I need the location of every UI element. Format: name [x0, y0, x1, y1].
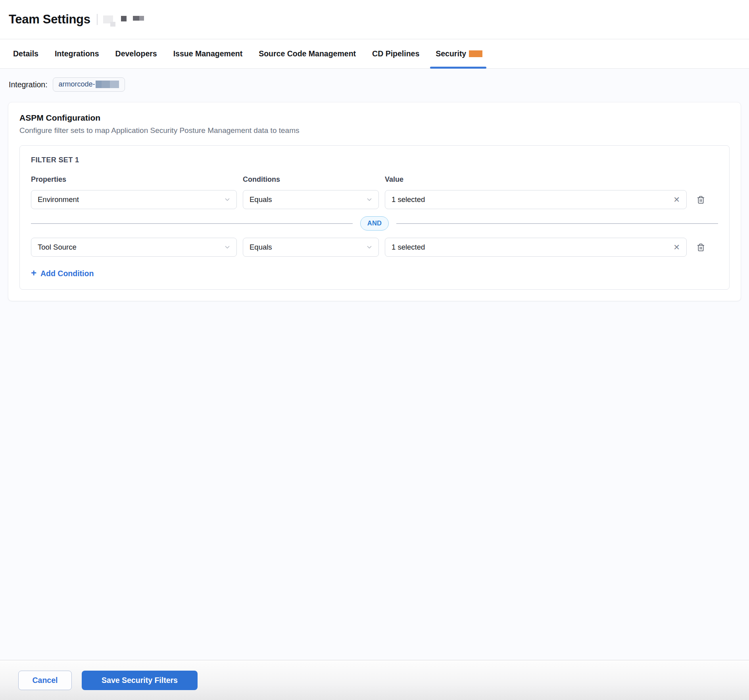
value-multiselect[interactable]: 1 selected ✕ — [385, 190, 687, 209]
filter-condition-row: Environment Equals 1 selected — [31, 190, 718, 209]
tab-security[interactable]: Security — [436, 39, 482, 68]
integration-row: Integration: armorcode- — [9, 77, 741, 92]
clear-selection-button[interactable]: ✕ — [672, 242, 681, 252]
clear-selection-button[interactable]: ✕ — [672, 195, 681, 204]
title-divider — [97, 14, 98, 25]
redacted-text-block — [110, 22, 115, 27]
plus-icon: + — [31, 268, 36, 278]
and-operator-pill[interactable]: AND — [360, 216, 389, 231]
integration-chip: armorcode- — [53, 77, 125, 92]
column-header-conditions: Conditions — [243, 175, 379, 184]
delete-condition-button[interactable] — [693, 192, 709, 208]
cancel-button[interactable]: Cancel — [18, 671, 72, 690]
delete-condition-button[interactable] — [693, 239, 709, 255]
value-multiselect-text: 1 selected — [392, 243, 425, 252]
redacted-text-block — [139, 16, 144, 21]
redacted-text-block — [133, 16, 139, 21]
condition-select-value: Equals — [250, 243, 272, 252]
redacted-text-block — [121, 16, 127, 21]
property-select-value: Environment — [38, 195, 79, 204]
filter-column-headers: Properties Conditions Value — [31, 175, 718, 184]
chevron-down-icon — [224, 244, 231, 251]
filter-set-title: FILTER SET 1 — [31, 156, 718, 164]
tab-developers[interactable]: Developers — [115, 39, 157, 68]
filter-condition-row: Tool Source Equals 1 selected — [31, 238, 718, 257]
value-multiselect-text: 1 selected — [392, 195, 425, 204]
condition-select-value: Equals — [250, 195, 272, 204]
add-condition-label: Add Condition — [40, 269, 94, 278]
tab-integrations[interactable]: Integrations — [55, 39, 99, 68]
aspm-card-title: ASPM Configuration — [19, 113, 730, 123]
tab-issue-management[interactable]: Issue Management — [173, 39, 242, 68]
chevron-down-icon — [224, 196, 231, 203]
property-select[interactable]: Tool Source — [31, 238, 237, 257]
redacted-text-block — [110, 81, 119, 88]
tab-cd-pipelines[interactable]: CD Pipelines — [372, 39, 419, 68]
property-select-value: Tool Source — [38, 243, 77, 252]
divider-line — [396, 223, 718, 224]
integration-chip-text: armorcode- — [59, 80, 95, 88]
filter-set-panel: FILTER SET 1 Properties Conditions Value… — [19, 145, 730, 290]
condition-select[interactable]: Equals — [243, 190, 379, 209]
redacted-text-block — [96, 81, 102, 88]
page-header: Team Settings — [0, 0, 749, 39]
save-security-filters-button[interactable]: Save Security Filters — [82, 671, 198, 690]
aspm-card-subtitle: Configure filter sets to map Application… — [19, 126, 730, 135]
value-multiselect[interactable]: 1 selected ✕ — [385, 238, 687, 257]
trash-icon — [697, 243, 705, 252]
condition-operator-divider: AND — [31, 216, 718, 231]
redacted-integration-suffix — [96, 81, 119, 88]
condition-select[interactable]: Equals — [243, 238, 379, 257]
settings-tab-bar: Details Integrations Developers Issue Ma… — [0, 39, 749, 69]
footer-action-bar: Cancel Save Security Filters — [0, 660, 749, 700]
column-header-properties: Properties — [31, 175, 237, 184]
page-title: Team Settings — [9, 12, 90, 27]
add-condition-button[interactable]: + Add Condition — [31, 269, 94, 278]
redacted-text-block — [102, 81, 110, 88]
close-icon: ✕ — [673, 196, 680, 204]
property-select[interactable]: Environment — [31, 190, 237, 209]
chevron-down-icon — [366, 196, 373, 203]
aspm-configuration-card: ASPM Configuration Configure filter sets… — [8, 102, 741, 301]
divider-line — [31, 223, 353, 224]
tab-source-code-management[interactable]: Source Code Management — [259, 39, 356, 68]
chevron-down-icon — [366, 244, 373, 251]
column-header-value: Value — [385, 175, 687, 184]
trash-icon — [697, 195, 705, 204]
tab-security-label: Security — [436, 49, 466, 58]
team-settings-page: Team Settings Details Integrations Devel… — [0, 0, 749, 700]
security-tab-content: Integration: armorcode- ASPM Configurati… — [0, 69, 749, 660]
redacted-team-name — [97, 14, 144, 25]
integration-label: Integration: — [9, 80, 48, 89]
close-icon: ✕ — [673, 243, 680, 251]
redacted-badge — [469, 50, 482, 57]
tab-details[interactable]: Details — [13, 39, 38, 68]
